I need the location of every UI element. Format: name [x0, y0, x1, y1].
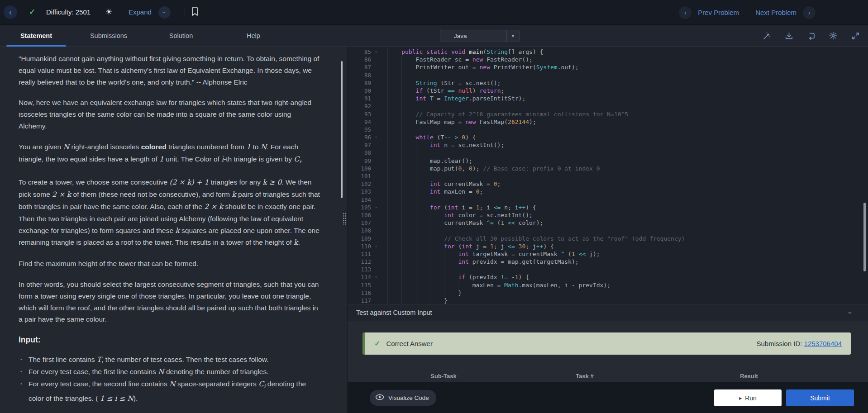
code-line[interactable]: 113 [348, 266, 868, 273]
code-line[interactable]: 105▾ for (int i = 1; i <= n; i++) { [348, 204, 868, 211]
download-icon[interactable] [784, 31, 793, 40]
code-text: int targetMask = currentMask ^ (1 << j); [387, 250, 600, 258]
fold-arrow-icon[interactable]: ▾ [371, 133, 381, 141]
indent-guide [387, 133, 401, 141]
token-d: (prevIdx [465, 274, 501, 280]
code-line[interactable]: 90 if (tStr == null) return; [348, 87, 868, 95]
bookmark-icon[interactable] [191, 7, 199, 18]
tab-submissions[interactable]: Submissions [72, 25, 145, 47]
token-op: != [501, 274, 508, 280]
token-d: ( [455, 243, 462, 250]
indent-guide [401, 71, 415, 79]
code-line[interactable]: 107 currentMask ^= (1 << color); [348, 219, 868, 227]
prev-problem-chevron-button[interactable]: ‹ [679, 6, 692, 19]
indent-guide [401, 95, 415, 102]
tab-statement[interactable]: Statement [0, 25, 72, 47]
math-expression: k ≥ 0 [262, 178, 281, 186]
indent-guide [401, 188, 415, 195]
code-editor[interactable]: 85▾ public static void main(String[] arg… [348, 47, 868, 304]
token-d: FastMap( [476, 119, 508, 125]
settings-gear-icon[interactable] [829, 31, 838, 40]
token-kw: int [458, 258, 468, 265]
back-button[interactable]: ‹ [4, 5, 17, 19]
code-line[interactable]: 91 int T = Integer.parseInt(tStr); [348, 95, 868, 102]
code-line[interactable]: 88 [348, 71, 868, 79]
code-line[interactable]: 86 FastReader sc = new FastReader(); [348, 56, 868, 63]
token-d: PrintWriter out = [416, 64, 480, 71]
verdict-status: Correct Answer [386, 340, 433, 347]
code-line[interactable]: 111 int targetMask = currentMask ^ (1 <<… [348, 250, 868, 258]
expand-button[interactable]: Expand [129, 8, 152, 16]
code-line[interactable]: 95 [348, 126, 868, 133]
fullscreen-icon[interactable] [851, 31, 860, 40]
code-line[interactable]: 115 maxLen = Math.max(maxLen, i - prevId… [348, 281, 868, 289]
token-op: -- [444, 134, 451, 141]
indent-guide [444, 258, 458, 266]
statement-scrollbar[interactable] [341, 61, 343, 198]
reset-code-icon[interactable] [806, 31, 816, 40]
expand-chevron-button[interactable]: › [158, 6, 171, 19]
fold-spacer [371, 188, 381, 195]
tab-help[interactable]: Help [217, 25, 290, 47]
code-line[interactable]: 108 [348, 227, 868, 234]
indent-guide [387, 289, 401, 297]
custom-input-toggle[interactable]: Test against Custom Input › [348, 304, 868, 321]
code-line[interactable]: 116 } [348, 289, 868, 297]
run-button[interactable]: ▸ Run [714, 389, 782, 406]
code-line[interactable]: 112 int prevIdx = map.get(targetMask); [348, 258, 868, 266]
code-line[interactable]: 110▾ for (int j = 1; j <= 30; j++) { [348, 242, 868, 250]
fold-arrow-icon[interactable]: ▾ [371, 48, 381, 56]
fold-arrow-icon[interactable]: ▾ [371, 204, 381, 211]
math-expression: C [258, 380, 264, 388]
visualize-code-button[interactable]: Visualize Code [370, 390, 436, 406]
code-line[interactable]: 98 [348, 149, 868, 157]
submission-id-link[interactable]: 1253706404 [804, 340, 842, 347]
fold-spacer [371, 87, 381, 95]
code-line[interactable]: 87 PrintWriter out = new PrintWriter(Sys… [348, 63, 868, 71]
token-type: String [486, 48, 508, 55]
statement-paragraph: Find the maximum height of the tower tha… [19, 258, 321, 270]
fold-arrow-icon[interactable]: ▾ [371, 242, 381, 250]
code-line[interactable]: 96▾ while (T-- > 0) { [348, 133, 868, 141]
page-scrollbar[interactable] [863, 203, 866, 271]
tab-solution[interactable]: Solution [145, 25, 217, 47]
code-line[interactable]: 104 [348, 196, 868, 204]
code-text: FastReader sc = new FastReader(); [387, 56, 533, 63]
panel-resize-handle[interactable] [343, 213, 347, 225]
code-line[interactable]: 117 } [348, 297, 868, 304]
language-select[interactable]: Java ▾ [440, 30, 520, 42]
submit-button[interactable]: Submit [786, 389, 854, 406]
fold-arrow-icon[interactable]: ▾ [371, 273, 381, 281]
indent-guide [401, 172, 415, 180]
code-line[interactable]: 93 // Capacity of 2^18 guarantees minima… [348, 110, 868, 118]
code-line[interactable]: 106 int color = sc.nextInt(); [348, 211, 868, 219]
fold-spacer [371, 297, 381, 304]
code-line[interactable]: 92 [348, 102, 868, 110]
code-line[interactable]: 114▾ if (prevIdx != -1) { [348, 273, 868, 281]
token-kw: int [430, 180, 440, 187]
fold-spacer [371, 180, 381, 188]
editor-panel: 85▾ public static void main(String[] arg… [348, 47, 868, 413]
code-line[interactable]: 94 FastMap map = new FastMap(262144); [348, 118, 868, 126]
magic-wand-icon[interactable] [762, 31, 771, 40]
code-line[interactable]: 109 // Check all 30 possible colors to a… [348, 235, 868, 242]
code-line[interactable]: 100 map.put(0, 0); // Base case: prefix … [348, 165, 868, 172]
line-number: 95 [348, 126, 371, 133]
indent-guide [387, 235, 401, 242]
next-problem-chevron-button[interactable]: › [803, 6, 816, 19]
fold-spacer [371, 56, 381, 63]
math-expression: 2 × k [52, 190, 71, 199]
next-problem-button[interactable]: Next Problem [755, 9, 796, 16]
code-line[interactable]: 101 [348, 172, 868, 180]
code-line[interactable]: 102 int currentMask = 0; [348, 180, 868, 188]
submission-id-block: Submission ID: 1253706404 [757, 340, 842, 347]
code-text [387, 172, 430, 180]
code-line[interactable]: 99 map.clear(); [348, 157, 868, 165]
math-expression: N [261, 143, 267, 151]
brightness-icon[interactable]: ☀ [105, 7, 112, 17]
code-line[interactable]: 103 int maxLen = 0; [348, 188, 868, 195]
code-line[interactable]: 85▾ public static void main(String[] arg… [348, 48, 868, 56]
code-line[interactable]: 89 String tStr = sc.next(); [348, 79, 868, 87]
prev-problem-button[interactable]: Prev Problem [698, 9, 739, 16]
code-line[interactable]: 97 int n = sc.nextInt(); [348, 141, 868, 149]
